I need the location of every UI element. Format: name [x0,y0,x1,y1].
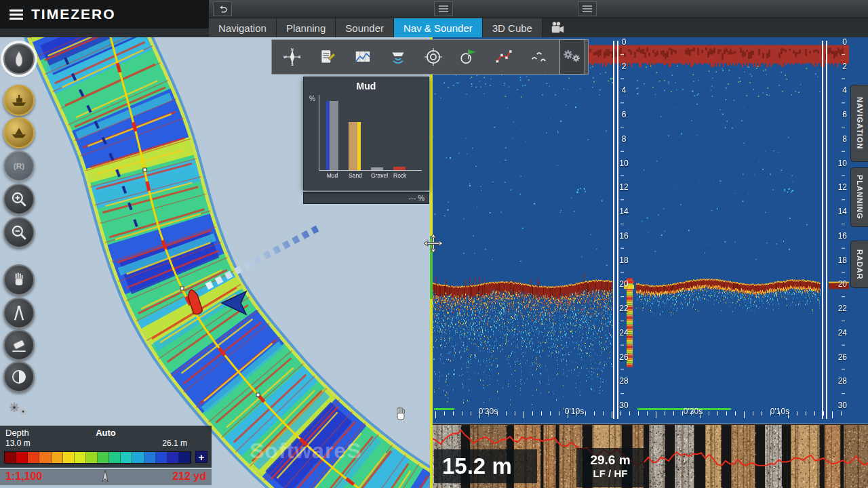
side-tab-radar[interactable]: RADAR [850,241,868,288]
bar-sand [349,122,361,170]
depth-color-cell [86,452,98,463]
panel-handle-button[interactable] [434,1,453,16]
depth-tick-label: 0 [823,37,849,47]
bar-label: Rock [393,172,406,179]
side-tab-planning[interactable]: PLANNING [850,167,868,227]
undo-button[interactable] [213,1,232,16]
depth-color-cell [98,452,109,463]
ship-gold-button[interactable] [3,85,35,116]
depth-color-cell [179,452,191,463]
depth-tick-label: 14 [823,207,849,216]
depth-tick-label: 2 [612,62,635,71]
record-button[interactable]: (R) [3,150,35,182]
route-pencil-button[interactable] [486,41,521,73]
depth-tick-label: 30 [612,401,635,410]
depth-color-scale [4,451,191,464]
tab-sounder[interactable]: Sounder [336,18,394,37]
depth-tick-label: 28 [612,376,635,386]
depth-tick-label: 0 [612,37,635,47]
move-cursor-icon [423,233,443,253]
sounder-boat-button[interactable] [380,41,416,73]
depth-color-cell [28,452,39,463]
app-logo[interactable]: TIMEZERO [0,0,209,28]
depth-tick-label: 22 [823,304,849,313]
echo-sounder-panel[interactable]: 024681012141618202224262830 024681012141… [433,37,868,488]
toolbar-options-button[interactable] [559,39,585,75]
depth-color-cell [156,452,167,463]
timezero-app-window: SoftwareS (R) NSWE Mud % MudSandGravelRo… [0,0,868,488]
handle-icon [583,5,592,12]
scale-distance: 212 yd [172,470,206,483]
target-button[interactable] [416,41,451,73]
bar-label: Mud [326,172,338,179]
depth-tick-label: 12 [612,182,635,192]
map-scale-bar: 1:1,100 212 yd [0,469,212,485]
gears-button[interactable] [3,394,35,426]
notes-button[interactable] [310,41,345,73]
depth-tick-label: 18 [612,256,635,265]
frequency-mode[interactable]: LF / HF [576,468,644,479]
tab-navigation[interactable]: Navigation [209,18,277,37]
pan-hand-button[interactable] [3,264,35,296]
map-tool-column: (R) [2,39,37,446]
depth-tick-label: 10 [612,159,635,168]
legend-expand-button[interactable]: + [195,451,208,463]
depth-tick-label: 14 [612,207,635,216]
bar-label: Sand [349,172,361,179]
depth-tick-label: 16 [823,231,849,241]
watermark-text: SoftwareS [250,439,361,464]
depth-tick-label: 20 [612,279,635,289]
depth-tick-label: 26 [823,352,849,362]
time-label: 0'10s [762,407,798,416]
quick-access-strip [209,0,868,18]
waypoint-flag-button[interactable] [451,41,486,73]
depth-tick-label: 8 [612,134,635,144]
tab-nav-sounder[interactable]: Nav & Sounder [394,18,483,37]
compass-rose-button[interactable]: NSWE [275,41,310,73]
shade-button[interactable] [3,361,35,392]
zoom-in-button[interactable] [3,184,35,215]
split-view-divider[interactable] [430,37,433,488]
tab-3d-cube[interactable]: 3D Cube [483,18,542,37]
pan-hand-cursor-icon [392,405,410,423]
tab-planning[interactable]: Planning [277,18,336,37]
handle-icon [439,5,448,12]
bar-label: Gravel [371,172,383,179]
side-tab-navigation[interactable]: NAVIGATION [850,85,868,162]
marks-button[interactable] [521,41,557,73]
depth-tick-label: 16 [612,231,635,241]
waypoint-marker [180,287,184,290]
app-header: TIMEZERO Navigation Planning Sounder Nav… [0,0,868,37]
probe-value-readout: --- % [303,192,429,204]
depth-tick-label: 28 [823,376,849,386]
depth-tick-label: 20 [823,279,849,289]
depth-tick-label: 10 [823,159,849,168]
depth-tick-label: 2 [823,62,849,71]
legend-max-depth: 26.1 m [162,439,187,448]
depth-tick-label: 8 [823,134,849,144]
app-title: TIMEZERO [31,6,116,22]
own-ship-button[interactable] [3,43,35,75]
time-label: 0'30s [675,407,711,416]
waypoint-marker [256,393,260,396]
chart-import-button[interactable] [345,41,380,73]
ship-silhouette-button[interactable] [3,117,35,148]
hamburger-icon[interactable] [9,7,23,22]
divider-tool-button[interactable] [3,298,35,329]
depth-color-cell [167,452,179,463]
panel-handle-button[interactable] [578,1,597,16]
eraser-button[interactable] [3,329,35,361]
bar-gravel [371,167,383,170]
y-axis-label: % [309,95,315,102]
zoom-out-button[interactable] [3,217,35,248]
undo-icon [216,3,229,14]
depth-tick-label: 4 [823,85,849,95]
depth-readout: 15.2 m [434,449,537,483]
depth-color-cell [132,452,144,463]
echogram-canvas[interactable] [433,37,868,424]
svg-text:S: S [291,62,294,66]
depth-scale-right: 024681012141618202224262830 [823,37,849,405]
camera-button[interactable] [549,18,566,37]
bottom-classification-chart: Mud % MudSandGravelRock [303,77,429,190]
depth-color-cell [16,452,28,463]
